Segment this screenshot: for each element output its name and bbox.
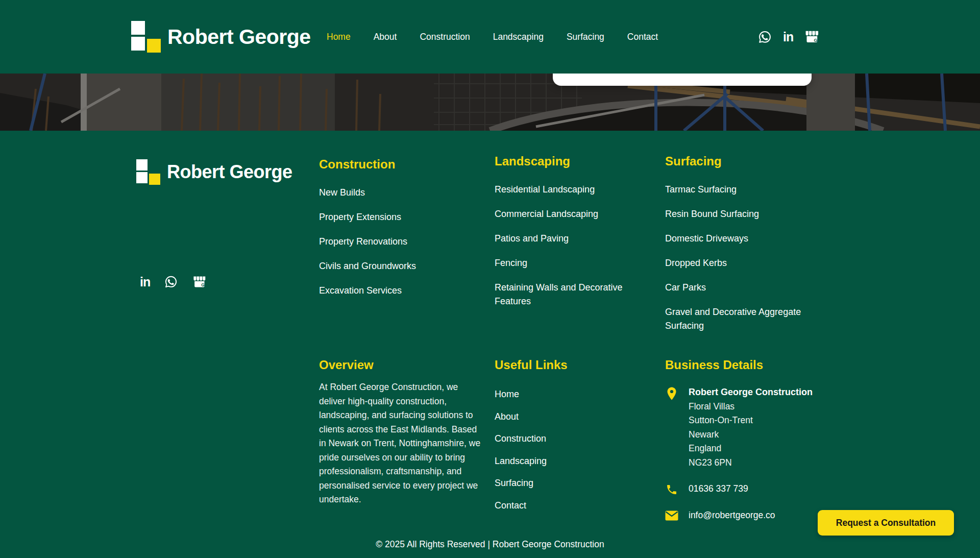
- overview-text: At Robert George Construction, we delive…: [319, 380, 483, 507]
- hero-form-card: [553, 74, 812, 86]
- footer-link[interactable]: Property Renovations: [319, 235, 472, 249]
- whatsapp-link[interactable]: [757, 30, 772, 44]
- linkedin-icon: in: [783, 31, 793, 43]
- google-business-icon: G: [804, 30, 820, 44]
- footer-link[interactable]: Commercial Landscaping: [495, 207, 648, 221]
- footer-link[interactable]: Residential Landscaping: [495, 183, 648, 197]
- footer-col-construction: Construction New BuildsProperty Extensio…: [319, 157, 472, 308]
- footer-link[interactable]: Patios and Paving: [495, 232, 648, 246]
- footer-link[interactable]: Resin Bound Surfacing: [665, 207, 821, 221]
- footer-link[interactable]: Home: [495, 387, 648, 401]
- nav-item[interactable]: About: [374, 32, 397, 42]
- footer-col-surfacing: Surfacing Tarmac SurfacingResin Bound Su…: [665, 154, 821, 344]
- footer-col-landscaping: Landscaping Residential LandscapingComme…: [495, 154, 648, 319]
- header-social-links: in G: [757, 0, 820, 74]
- address-line: Sutton-On-Trent: [689, 414, 813, 428]
- linkedin-icon: in: [140, 276, 150, 288]
- hero-image-strip: [0, 74, 980, 131]
- footer-social-links: in G: [140, 275, 207, 289]
- footer-link[interactable]: Construction: [495, 432, 648, 446]
- email-icon: [665, 511, 678, 521]
- location-pin-icon: [666, 386, 678, 402]
- svg-text:G: G: [814, 38, 818, 43]
- footer-link[interactable]: Fencing: [495, 256, 648, 270]
- email-address[interactable]: info@robertgeorge.co: [689, 510, 775, 520]
- column-title: Landscaping: [495, 154, 648, 168]
- column-title: Overview: [319, 358, 483, 372]
- address-line: Newark: [689, 428, 813, 442]
- footer-col-overview: Overview At Robert George Construction, …: [319, 358, 483, 507]
- brand-logo[interactable]: Robert George: [131, 21, 311, 53]
- footer-link[interactable]: Car Parks: [665, 281, 821, 295]
- address-row: Robert George Construction Floral Villas…: [665, 385, 859, 470]
- column-title: Surfacing: [665, 154, 821, 168]
- phone-number[interactable]: 01636 337 739: [689, 483, 748, 494]
- nav-item[interactable]: Contact: [627, 32, 658, 42]
- page: Robert George HomeAboutConstructionLands…: [0, 0, 980, 558]
- main-nav: HomeAboutConstructionLandscapingSurfacin…: [327, 0, 658, 74]
- nav-item[interactable]: Landscaping: [493, 32, 544, 42]
- header: Robert George HomeAboutConstructionLands…: [0, 0, 980, 74]
- footer-link[interactable]: About: [495, 410, 648, 424]
- footer-linkedin-link[interactable]: in: [140, 276, 150, 288]
- brand-name: Robert George: [167, 25, 311, 49]
- footer-link[interactable]: Excavation Services: [319, 284, 472, 298]
- footer-link[interactable]: Landscaping: [495, 454, 648, 468]
- footer-col-business-details: Business Details Robert George Construct…: [665, 358, 859, 522]
- nav-item[interactable]: Construction: [420, 32, 470, 42]
- footer-google-business-link[interactable]: G: [192, 275, 207, 288]
- column-title: Construction: [319, 157, 472, 172]
- google-business-icon: G: [192, 275, 207, 288]
- footer-whatsapp-link[interactable]: [164, 275, 178, 289]
- column-title: Useful Links: [495, 358, 648, 372]
- footer-link[interactable]: Civils and Groundworks: [319, 259, 472, 273]
- footer-link[interactable]: Domestic Driveways: [665, 232, 821, 246]
- footer-col-useful-links: Useful Links HomeAboutConstructionLandsc…: [495, 358, 648, 521]
- footer-brand-logo-mark-icon: [136, 159, 160, 185]
- construction-site-photo: [0, 74, 980, 131]
- phone-row: 01636 337 739: [665, 482, 859, 496]
- whatsapp-icon: [164, 275, 178, 289]
- footer-brand-logo[interactable]: Robert George: [136, 159, 292, 185]
- company-name: Robert George Construction: [689, 385, 813, 400]
- footer-link[interactable]: Contact: [495, 499, 648, 513]
- footer-link[interactable]: Dropped Kerbs: [665, 256, 821, 270]
- google-business-link[interactable]: G: [804, 30, 820, 44]
- copyright-text: © 2025 All Rights Reserved | Robert Geor…: [0, 539, 980, 550]
- whatsapp-icon: [757, 30, 772, 44]
- phone-icon: [666, 483, 678, 496]
- nav-item[interactable]: Home: [327, 32, 351, 42]
- linkedin-link[interactable]: in: [783, 31, 793, 43]
- column-title: Business Details: [665, 358, 859, 372]
- footer-brand-name: Robert George: [167, 161, 292, 183]
- footer-link[interactable]: Tarmac Surfacing: [665, 183, 821, 197]
- address-line: NG23 6PN: [689, 456, 813, 470]
- svg-text:G: G: [201, 282, 205, 287]
- brand-logo-mark-icon: [131, 21, 161, 53]
- footer-link[interactable]: New Builds: [319, 186, 472, 200]
- address-line: England: [689, 442, 813, 456]
- request-consultation-button[interactable]: Request a Consultation: [818, 510, 954, 536]
- nav-item[interactable]: Surfacing: [567, 32, 604, 42]
- footer-link[interactable]: Gravel and Decorative Aggregate Surfacin…: [665, 305, 821, 333]
- footer-link[interactable]: Retaining Walls and Decorative Features: [495, 281, 648, 308]
- footer-link[interactable]: Property Extensions: [319, 210, 472, 224]
- footer-link[interactable]: Surfacing: [495, 476, 648, 490]
- address-line: Floral Villas: [689, 400, 813, 414]
